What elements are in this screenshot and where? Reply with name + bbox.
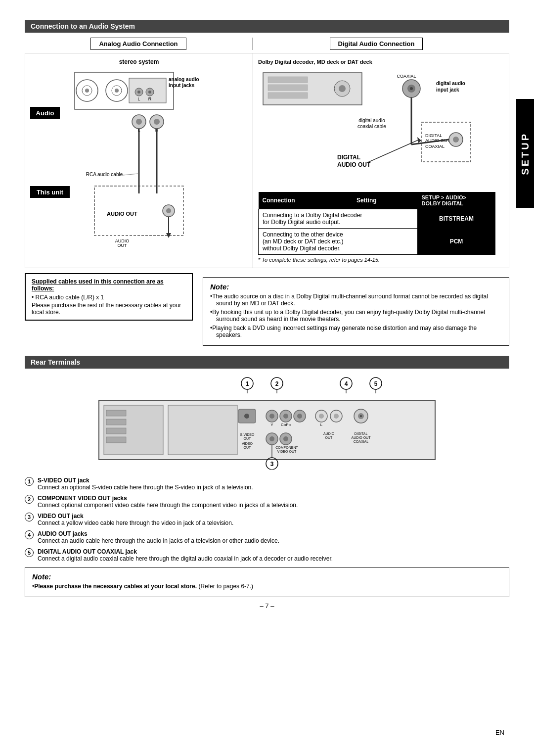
svg-text:OUT: OUT [118,243,128,248]
terminal-1-title: S-VIDEO OUT jack [38,477,89,484]
svg-text:COAXIAL: COAXIAL [354,440,368,443]
svg-text:AUDIO OUT: AUDIO OUT [352,436,371,439]
digital-side: Dolby Digital decoder, MD deck or DAT de… [253,53,500,268]
cables-box: Supplied cables used in this connection … [25,273,193,321]
terminal-5-desc: Connect a digital audio coaxial cable he… [38,555,333,562]
svg-line-27 [123,174,138,175]
svg-text:Audio: Audio [36,109,54,117]
analog-col-header-area: Analog Audio Connection [25,38,252,50]
svg-rect-84 [106,437,126,443]
svg-point-33 [166,208,171,213]
svg-point-92 [283,414,288,419]
en-label: EN [495,729,504,736]
digital-svg: COAXIAL digital audio input jack digital… [258,68,495,187]
decoder-label: Dolby Digital decoder, MD deck or DAT de… [258,58,495,66]
settings-table: Connection Setting SETUP > AUDIO> DOLBY … [258,192,495,255]
terminal-item-4: 4 AUDIO OUT jacks Connect an audio cable… [25,530,509,544]
note2-item1: •Please purchase the necessary cables at… [32,583,502,590]
pcm-label: PCM [418,229,495,255]
terminal-item-2: 2 COMPONENT VIDEO OUT jacks Connect opti… [25,495,509,509]
terminal-4-desc: Connect an audio cable here through the … [38,537,279,544]
terminal-num-2: 2 [25,495,34,504]
svg-point-101 [319,414,324,419]
svg-rect-42 [268,85,308,91]
svg-text:CbPb: CbPb [281,423,291,427]
svg-text:5: 5 [374,380,378,387]
rear-terminals-header: Rear Terminals [25,356,509,369]
bitstream-label: BITSTREAM [418,209,495,229]
svg-point-99 [283,436,288,441]
settings-row-2: Connecting to the other device (an MD de… [259,229,495,255]
terminal-2-title: COMPONENT VIDEO OUT jacks [38,495,127,502]
svg-text:VIDEO OUT: VIDEO OUT [277,450,297,453]
digital-col-header-area: Digital Audio Connection [253,38,500,50]
svg-point-21 [154,119,160,125]
svg-rect-83 [106,428,126,434]
terminal-3-desc: Connect a yellow video cable here throug… [38,520,233,526]
page-container: SETUP Connection to an Audio System Anal… [0,0,534,756]
svg-rect-81 [106,410,126,416]
svg-text:COAXIAL: COAXIAL [397,74,416,79]
svg-point-8 [115,89,119,93]
svg-point-89 [269,414,274,419]
digital-col-header: Digital Audio Connection [330,38,423,50]
stereo-system-label: stereo system [30,58,248,65]
svg-marker-64 [417,137,421,143]
terminal-numbers-svg: 1 2 4 5 [94,374,440,393]
svg-point-19 [136,119,142,125]
svg-text:L: L [320,423,323,427]
settings-row-1: Connecting to a Dolby Digital decoder fo… [259,209,495,229]
svg-point-5 [85,89,89,93]
svg-text:OUT: OUT [325,436,333,439]
terminal-item-5: 5 DIGITAL AUDIO OUT COAXIAL jack Connect… [25,548,509,562]
svg-point-104 [334,414,339,419]
setup-audio-header: SETUP > AUDIO> DOLBY DIGITAL [418,192,495,209]
svg-text:RCA audio cable: RCA audio cable [86,172,123,177]
note1-title: Note: [210,283,502,291]
svg-text:AUDIO OUT: AUDIO OUT [337,161,371,168]
svg-text:digital audio: digital audio [358,118,385,123]
svg-rect-41 [268,77,308,83]
setup-tab-text: SETUP [520,132,531,175]
svg-text:DIGITAL: DIGITAL [337,154,360,161]
svg-text:L: L [137,96,140,101]
col-headers-row: Analog Audio Connection Digital Audio Co… [25,38,509,50]
note1-box: Note: •The audio source on a disc in a D… [203,277,509,346]
analog-side: stereo system Audio [25,53,253,268]
note2-box: Note: •Please purchase the necessary cab… [25,567,509,597]
terminal-num-4: 4 [25,530,34,539]
terminal-diagram-area: 1 2 4 5 [94,374,440,471]
svg-point-60 [453,137,459,142]
svg-point-97 [269,436,274,441]
svg-text:3: 3 [270,461,274,468]
section-header: Connection to an Audio System [25,20,509,33]
svg-rect-43 [268,93,308,98]
analog-svg: Audio [30,67,248,255]
cables-box-title: Supplied cables used in this connection … [32,278,186,292]
svg-text:AUDIO OUT: AUDIO OUT [107,211,137,217]
note2-title: Note: [32,572,502,581]
svg-text:R: R [148,96,152,101]
setting-header: Setting [353,192,418,209]
svg-text:input jack: input jack [436,87,459,93]
rear-terminals: Rear Terminals 1 2 4 5 [25,356,509,562]
terminal-list: 1 S-VIDEO OUT jack Connect an optional S… [25,477,509,562]
note1-item3: •Playing back a DVD using incorrect sett… [210,325,502,338]
setup-tab: SETUP [516,99,534,208]
note1-item1: •The audio source on a disc in a Dolby D… [210,293,502,307]
connection-main-area: stereo system Audio [25,53,509,268]
row1-connection: Connecting to a Dolby Digital decoder fo… [259,209,418,229]
terminal-2-desc: Connect optional component video cable h… [38,502,298,509]
svg-text:COAXIAL: COAXIAL [425,144,445,149]
svg-text:analog audio: analog audio [169,77,199,82]
connection-header: Connection [259,192,353,209]
svg-text:OUT: OUT [244,446,252,449]
svg-point-45 [339,85,346,92]
svg-point-107 [360,415,362,417]
svg-text:AUDIO: AUDIO [323,432,335,435]
cables-item2: Please purchase the rest of the necessar… [32,302,186,316]
to-complete-note: * To complete these settings, refer to p… [258,257,495,263]
svg-text:OUT: OUT [244,437,252,440]
terminal-item-1: 1 S-VIDEO OUT jack Connect an optional S… [25,477,509,491]
terminal-num-3: 3 [25,513,34,521]
